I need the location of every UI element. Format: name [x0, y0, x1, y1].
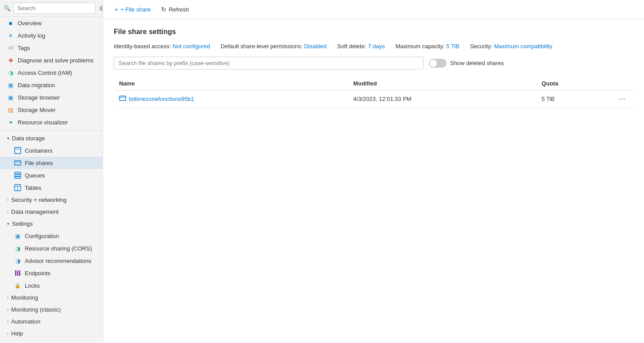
diagnose-icon: ✚ — [7, 57, 14, 64]
show-deleted-toggle[interactable] — [429, 59, 447, 68]
sidebar-item-storage-browser[interactable]: ▣ Storage browser — [0, 91, 103, 104]
sidebar-item-queues[interactable]: Queues — [0, 169, 103, 181]
svg-rect-4 — [15, 172, 21, 174]
chevron-right-icon: › — [7, 319, 8, 324]
chevron-right-icon: › — [7, 197, 8, 202]
sidebar-item-tags[interactable]: 🏷 Tags — [0, 42, 103, 54]
advisor-icon: ◑ — [14, 257, 21, 264]
sidebar-item-tables[interactable]: Tables — [0, 181, 103, 194]
col-actions — [611, 77, 633, 91]
cors-icon: ◑ — [14, 245, 21, 252]
sidebar-item-locks[interactable]: 🔒 Locks — [0, 279, 103, 292]
sidebar-item-containers[interactable]: Containers — [0, 144, 103, 157]
sidebar-item-advisor[interactable]: ◑ Advisor recommendations — [0, 254, 103, 267]
sidebar-item-label: Tables — [25, 185, 42, 191]
group-automation[interactable]: › Automation — [0, 316, 103, 328]
group-help[interactable]: › Help — [0, 328, 103, 339]
queues-icon — [14, 172, 21, 179]
group-security-networking[interactable]: › Security + networking — [0, 194, 103, 206]
containers-icon — [14, 147, 21, 154]
sidebar-item-label: Diagnose and solve problems — [18, 57, 93, 64]
svg-rect-0 — [15, 147, 21, 154]
cell-quota: 5 TiB — [536, 91, 611, 108]
security-value[interactable]: Maximum compatibility — [494, 43, 552, 50]
sidebar-item-access-control[interactable]: ◑ Access Control (IAM) — [0, 66, 103, 79]
plus-icon: + — [115, 6, 118, 13]
search-input[interactable] — [13, 3, 96, 14]
cell-modified: 4/3/2023, 12:01:33 PM — [348, 91, 536, 108]
tags-icon: 🏷 — [7, 44, 14, 51]
table-row: tsttimezonefunctions95b1 4/3/2023, 12:01… — [114, 91, 633, 108]
file-share-link[interactable]: tsttimezonefunctions95b1 — [119, 95, 343, 103]
refresh-label: Refresh — [169, 6, 189, 13]
permissions-value[interactable]: Disabled — [304, 43, 327, 50]
max-capacity-value[interactable]: 5 TiB — [446, 43, 459, 50]
svg-rect-10 — [15, 270, 16, 276]
refresh-icon: ↻ — [161, 6, 166, 13]
content-area: File share settings Identity-based acces… — [103, 19, 644, 343]
sidebar-item-resource-visualizer[interactable]: ✦ Resource visualizer — [0, 116, 103, 128]
resource-icon: ✦ — [7, 119, 14, 126]
search-row: Show deleted shares — [114, 57, 633, 69]
sidebar-item-label: Locks — [25, 282, 40, 289]
col-quota[interactable]: Quota — [536, 77, 611, 91]
file-share-button[interactable]: + + File share — [110, 4, 155, 15]
col-name[interactable]: Name — [114, 77, 348, 91]
sidebar-item-label: Tags — [18, 45, 30, 51]
sidebar-item-resource-sharing[interactable]: ◑ Resource sharing (CORS) — [0, 242, 103, 254]
sidebar-item-diagnose[interactable]: ✚ Diagnose and solve problems — [0, 54, 103, 66]
max-capacity-setting: Maximum capacity: 5 TiB — [395, 43, 459, 50]
sidebar-item-activity-log[interactable]: ≡ Activity log — [0, 29, 103, 42]
settings-icon[interactable]: ⚙ — [98, 4, 103, 13]
migration-icon: ▣ — [7, 81, 14, 89]
group-label: Data storage — [12, 135, 45, 142]
permissions-label: Default share-level permissions: — [221, 43, 303, 50]
chevron-right-icon: › — [7, 209, 8, 214]
sidebar-item-storage-mover[interactable]: ▤ Storage Mover — [0, 104, 103, 116]
svg-rect-11 — [17, 270, 19, 276]
refresh-button[interactable]: ↻ Refresh — [157, 4, 193, 15]
sidebar-item-file-shares[interactable]: File shares — [0, 157, 103, 169]
file-share-label: + File share — [120, 6, 150, 13]
file-share-icon — [119, 95, 126, 103]
group-data-management[interactable]: › Data management — [0, 206, 103, 218]
svg-rect-2 — [15, 161, 21, 165]
file-share-search[interactable] — [114, 57, 424, 69]
sidebar-item-endpoints[interactable]: Endpoints — [0, 267, 103, 279]
security-label: Security: — [470, 43, 493, 50]
toggle-slider — [429, 59, 447, 68]
identity-value[interactable]: Not configured — [173, 43, 210, 50]
main-content: + + File share ↻ Refresh File share sett… — [103, 0, 644, 343]
page-title: File share settings — [114, 28, 633, 36]
group-label: Security + networking — [11, 197, 66, 203]
identity-setting: Identity-based access: Not configured — [114, 43, 210, 50]
sidebar-item-label: Activity log — [18, 32, 45, 39]
max-capacity-label: Maximum capacity: — [395, 43, 444, 50]
group-monitoring-classic[interactable]: › Monitoring (classic) — [0, 304, 103, 316]
group-data-storage[interactable]: ▾ Data storage — [0, 132, 103, 144]
security-setting: Security: Maximum compatibility — [470, 43, 552, 50]
sidebar-item-label: Access Control (IAM) — [18, 69, 72, 76]
group-monitoring[interactable]: › Monitoring — [0, 292, 103, 304]
configuration-icon: ▣ — [14, 232, 21, 239]
soft-delete-label: Soft delete: — [337, 43, 366, 50]
activity-icon: ≡ — [7, 32, 14, 39]
sidebar-item-label: Overview — [18, 20, 42, 27]
row-more-button[interactable]: ··· — [616, 93, 628, 104]
storage-browser-icon: ▣ — [7, 94, 14, 101]
soft-delete-value[interactable]: 7 days — [368, 43, 385, 50]
group-label: Monitoring — [11, 294, 38, 301]
svg-rect-12 — [19, 270, 20, 276]
group-settings[interactable]: ▾ Settings — [0, 218, 103, 230]
sidebar-item-configuration[interactable]: ▣ Configuration — [0, 230, 103, 242]
chevron-down-icon: ▾ — [7, 221, 9, 226]
storage-mover-icon: ▤ — [7, 106, 14, 113]
svg-rect-6 — [15, 177, 21, 178]
sidebar: 🔍 ⚙ « ■ Overview ≡ Activity log 🏷 Tags ✚… — [0, 0, 103, 343]
sidebar-item-data-migration[interactable]: ▣ Data migration — [0, 79, 103, 91]
sidebar-search-container: 🔍 ⚙ « — [0, 0, 103, 17]
file-shares-table: Name Modified Quota tsttim — [114, 77, 633, 108]
col-modified[interactable]: Modified — [348, 77, 536, 91]
sidebar-item-overview[interactable]: ■ Overview — [0, 17, 103, 29]
sidebar-item-label: Storage browser — [18, 94, 60, 101]
